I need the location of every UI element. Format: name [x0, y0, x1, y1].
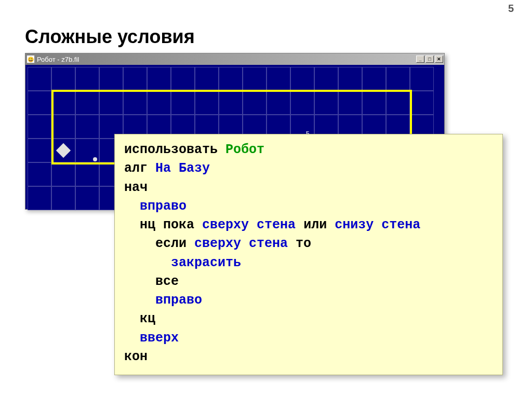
grid-cell	[290, 91, 314, 115]
cmd-paint: закрасить	[171, 255, 241, 270]
wall	[51, 90, 410, 92]
minimize-button[interactable]: _	[416, 56, 424, 63]
window-title: Робот - z7b.fil	[37, 56, 416, 63]
grid-cell	[362, 67, 386, 91]
cmd-right2: вправо	[155, 293, 202, 308]
page-number: 5	[508, 3, 514, 15]
grid-cell	[51, 162, 75, 186]
app-icon: 😀	[26, 55, 35, 63]
grid-cell	[243, 67, 267, 91]
slide-title: Сложные условия	[25, 26, 195, 48]
grid-cell	[410, 91, 434, 115]
maximize-button[interactable]: □	[425, 56, 434, 63]
kw-or: или	[303, 217, 327, 232]
grid-cell	[28, 186, 51, 210]
grid-cell	[123, 67, 147, 91]
kw-all: все	[155, 274, 179, 289]
grid-cell	[147, 91, 171, 115]
kw-nc: нц	[140, 217, 155, 232]
grid-cell	[314, 67, 338, 91]
grid-cell	[195, 67, 219, 91]
grid-cell	[410, 67, 434, 91]
close-button[interactable]: ✕	[435, 56, 443, 63]
grid-cell	[267, 67, 290, 91]
grid-cell	[338, 91, 362, 115]
kw-alg: алг	[124, 161, 148, 176]
grid-cell	[219, 67, 243, 91]
grid-cell	[338, 67, 362, 91]
kw-begin: нач	[124, 180, 148, 195]
grid-cell	[219, 91, 243, 115]
grid-cell	[243, 91, 267, 115]
grid-cell	[75, 91, 99, 115]
grid-cell	[51, 186, 75, 210]
grid-cell	[362, 91, 386, 115]
cond3: сверху стена	[194, 236, 288, 251]
wall	[51, 90, 54, 164]
grid-cell	[51, 115, 75, 139]
cmd-right1: вправо	[140, 199, 187, 214]
grid-cell	[314, 91, 338, 115]
grid-cell	[290, 67, 314, 91]
cond1: сверху стена	[202, 217, 296, 232]
grid-cell	[123, 91, 147, 115]
grid-cell	[28, 67, 51, 91]
grid-cell	[195, 91, 219, 115]
grid-cell	[171, 91, 195, 115]
cond2: снизу стена	[335, 217, 420, 232]
marker-dot	[93, 157, 97, 161]
kw-kc: кц	[140, 311, 155, 326]
grid-cell	[51, 91, 75, 115]
kw-while: пока	[163, 217, 194, 232]
grid-cell	[28, 162, 51, 186]
grid-cell	[386, 67, 410, 91]
kw-if: если	[155, 236, 187, 251]
grid-cell	[75, 67, 99, 91]
grid-cell	[267, 91, 290, 115]
window-controls: _ □ ✕	[416, 56, 443, 63]
grid-cell	[99, 91, 123, 115]
grid-cell	[386, 91, 410, 115]
grid-cell	[75, 162, 99, 186]
kw-robot: Робот	[225, 142, 264, 157]
grid-cell	[99, 67, 123, 91]
titlebar: 😀 Робот - z7b.fil _ □ ✕	[25, 53, 444, 65]
grid-cell	[75, 186, 99, 210]
grid-cell	[28, 91, 51, 115]
code-panel: использовать Робот алг На Базу нач вправ…	[114, 134, 503, 375]
alg-name: На Базу	[155, 161, 210, 176]
grid-cell	[28, 115, 51, 139]
grid-cell	[51, 67, 75, 91]
cmd-up: вверх	[140, 331, 179, 346]
kw-use: использовать	[124, 142, 218, 157]
kw-end: кон	[124, 349, 148, 364]
grid-cell	[171, 67, 195, 91]
grid-cell	[75, 115, 99, 139]
grid-cell	[147, 67, 171, 91]
grid-cell	[28, 139, 51, 162]
kw-then: то	[296, 236, 311, 251]
